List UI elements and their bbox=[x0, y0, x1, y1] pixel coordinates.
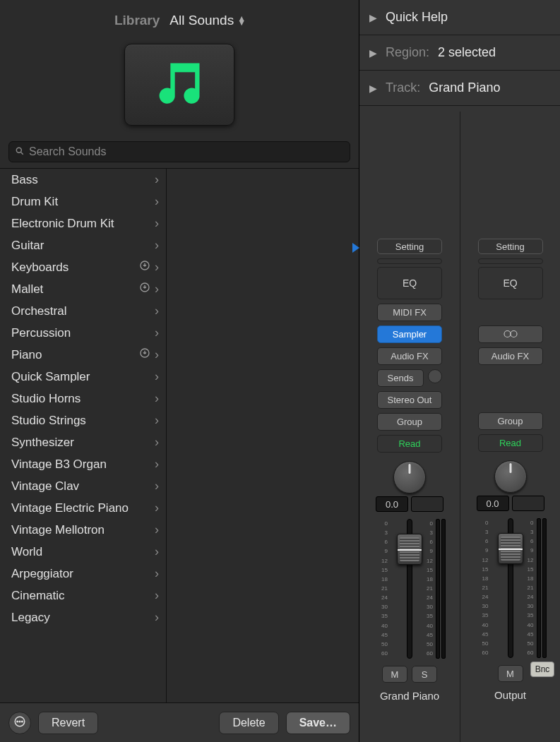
category-item[interactable]: Cinematic› bbox=[0, 585, 166, 606]
category-label: Arpeggiator bbox=[11, 567, 73, 581]
pan-knob[interactable] bbox=[494, 460, 527, 493]
category-label: Vintage Mellotron bbox=[11, 523, 105, 537]
chevron-right-icon: › bbox=[155, 238, 159, 253]
group-slot[interactable]: Group bbox=[478, 412, 543, 430]
chevron-right-icon: › bbox=[155, 588, 159, 603]
category-label: Bass bbox=[11, 173, 38, 187]
chevron-right-icon: › bbox=[155, 216, 159, 231]
category-item[interactable]: Keyboards› bbox=[0, 256, 166, 278]
mixer: SettingEQMIDI FXSamplerAudio FXSendsSter… bbox=[359, 106, 560, 742]
category-item[interactable]: Vintage Electric Piano› bbox=[0, 497, 166, 519]
chevron-right-icon: › bbox=[155, 479, 159, 493]
level-meters bbox=[436, 519, 446, 659]
category-label: Orchestral bbox=[11, 304, 66, 318]
setting-slot[interactable]: Setting bbox=[377, 239, 442, 254]
bounce-button[interactable]: Bnc bbox=[530, 662, 554, 677]
fader-cap[interactable] bbox=[397, 534, 422, 565]
send-knob[interactable] bbox=[428, 369, 442, 383]
output-slot[interactable]: Stereo Out bbox=[377, 391, 442, 409]
quick-help-row[interactable]: ▶ Quick Help bbox=[359, 0, 560, 35]
chevron-right-icon: › bbox=[155, 391, 159, 406]
category-label: Studio Horns bbox=[11, 392, 81, 406]
chevron-right-icon: › bbox=[155, 501, 159, 515]
category-item[interactable]: Bass› bbox=[0, 169, 166, 191]
fader-scale: 03691215182124303540455060 bbox=[374, 519, 388, 659]
automation-mode[interactable]: Read bbox=[377, 435, 442, 453]
chevron-right-icon: › bbox=[155, 457, 159, 472]
track-row[interactable]: ▶ Track: Grand Piano bbox=[359, 71, 560, 106]
chevron-right-icon: › bbox=[155, 260, 159, 275]
updown-icon: ▲▼ bbox=[237, 16, 244, 25]
setting-slot[interactable]: Setting bbox=[478, 239, 543, 254]
category-item[interactable]: Vintage B3 Organ› bbox=[0, 453, 166, 475]
peak-value[interactable] bbox=[512, 496, 544, 511]
chevron-right-icon: › bbox=[155, 347, 159, 362]
category-label: Mallet bbox=[11, 282, 43, 297]
mute-button[interactable]: M bbox=[498, 665, 523, 682]
revert-button[interactable]: Revert bbox=[38, 712, 98, 734]
eq-slot[interactable]: EQ bbox=[478, 267, 543, 299]
channel-strip: SettingEQMIDI FXSamplerAudio FXSendsSter… bbox=[359, 112, 460, 742]
chevron-right-icon: › bbox=[155, 413, 159, 428]
category-item[interactable]: Percussion› bbox=[0, 322, 166, 344]
fader-track[interactable] bbox=[407, 519, 412, 659]
gain-reduction-meter bbox=[377, 258, 442, 264]
category-label: Keyboards bbox=[11, 261, 68, 275]
mute-button[interactable]: M bbox=[382, 666, 407, 683]
pan-knob[interactable] bbox=[393, 461, 426, 493]
category-item[interactable]: Arpeggiator› bbox=[0, 563, 166, 585]
instrument-slot[interactable]: Sampler bbox=[377, 325, 442, 343]
category-item[interactable]: Synthesizer› bbox=[0, 431, 166, 453]
pan-value[interactable]: 0.0 bbox=[477, 496, 509, 511]
category-item[interactable]: Electronic Drum Kit› bbox=[0, 213, 166, 234]
stereo-icon bbox=[500, 329, 521, 340]
search-input[interactable]: Search Sounds bbox=[8, 141, 350, 162]
svg-point-8 bbox=[22, 721, 23, 722]
library-filter-dropdown[interactable]: All Sounds ▲▼ bbox=[169, 13, 244, 28]
category-item[interactable]: World› bbox=[0, 541, 166, 563]
sends-slot[interactable]: Sends bbox=[377, 369, 424, 387]
delete-button[interactable]: Delete bbox=[219, 712, 278, 734]
stereo-mode-slot[interactable] bbox=[478, 325, 543, 343]
midifx-slot[interactable]: MIDI FX bbox=[377, 304, 442, 321]
fader-cap[interactable] bbox=[498, 533, 523, 564]
region-row[interactable]: ▶ Region: 2 selected bbox=[359, 35, 560, 71]
category-label: Vintage B3 Organ bbox=[11, 457, 107, 472]
fader-track[interactable] bbox=[508, 518, 513, 658]
category-label: Quick Sampler bbox=[11, 370, 90, 384]
pan-value[interactable]: 0.0 bbox=[376, 496, 408, 512]
category-item[interactable]: Quick Sampler› bbox=[0, 366, 166, 388]
category-item[interactable]: Guitar› bbox=[0, 234, 166, 256]
category-item[interactable]: Vintage Clav› bbox=[0, 475, 166, 497]
group-slot[interactable]: Group bbox=[377, 413, 442, 431]
svg-point-9 bbox=[504, 330, 511, 337]
gain-reduction-meter bbox=[478, 258, 543, 264]
audiofx-slot[interactable]: Audio FX bbox=[478, 347, 543, 365]
save-button[interactable]: Save… bbox=[286, 712, 350, 734]
category-item[interactable]: Studio Strings› bbox=[0, 409, 166, 431]
category-label: Synthesizer bbox=[11, 436, 74, 450]
category-sublist bbox=[167, 168, 359, 702]
category-label: Electronic Drum Kit bbox=[11, 217, 114, 231]
svg-line-1 bbox=[21, 152, 23, 154]
ellipsis-icon bbox=[13, 715, 26, 731]
fader-scale: 03691215182124303540455060 bbox=[475, 518, 489, 658]
inspector-panel: ▶ Quick Help ▶ Region: 2 selected ▶ Trac… bbox=[359, 0, 560, 742]
svg-point-0 bbox=[16, 148, 21, 152]
category-item[interactable]: Drum Kit› bbox=[0, 191, 166, 213]
solo-button[interactable]: S bbox=[412, 666, 437, 683]
automation-mode[interactable]: Read bbox=[478, 434, 543, 452]
peak-value[interactable] bbox=[411, 496, 443, 512]
category-item[interactable]: Legacy› bbox=[0, 606, 166, 628]
category-item[interactable]: Vintage Mellotron› bbox=[0, 519, 166, 541]
actions-menu-button[interactable] bbox=[8, 712, 31, 734]
chevron-right-icon: › bbox=[155, 435, 159, 450]
category-item[interactable]: Piano› bbox=[0, 344, 166, 366]
audiofx-slot[interactable]: Audio FX bbox=[377, 347, 442, 365]
svg-point-7 bbox=[19, 721, 20, 722]
eq-slot[interactable]: EQ bbox=[377, 267, 442, 299]
category-item[interactable]: Studio Horns› bbox=[0, 388, 166, 409]
selected-track-indicator bbox=[352, 243, 359, 253]
category-item[interactable]: Mallet› bbox=[0, 278, 166, 300]
category-item[interactable]: Orchestral› bbox=[0, 300, 166, 322]
